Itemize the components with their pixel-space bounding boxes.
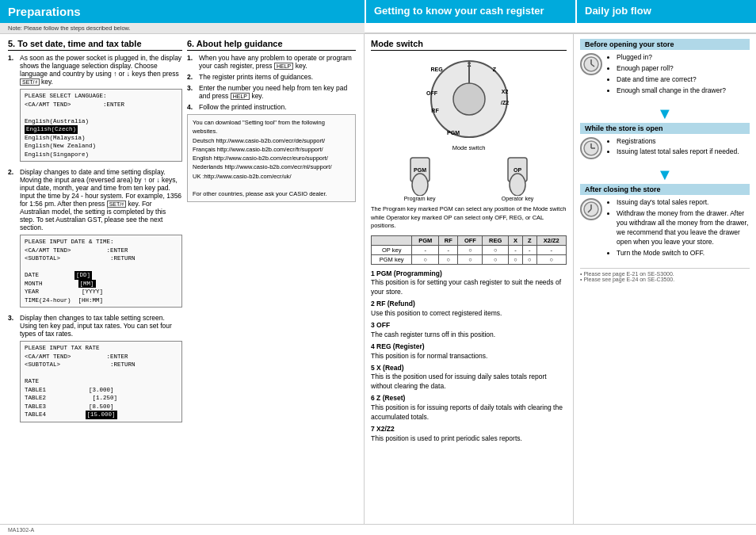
while-open-bullets: Registrations Issuing latest total sales… [607,137,750,158]
svg-text:REG: REG [430,67,443,72]
table-cell: ○ [483,254,509,264]
section6-item1-key: HELP [274,63,293,70]
table-cell: - [536,245,566,254]
after-closing-header: After closing the store [580,184,750,195]
panel-cash-register: Mode switch X Z X2 /Z2 REG OFF [365,34,574,524]
svg-text:/Z2: /Z2 [500,100,508,105]
pos-4: 4 REG (Register)This position is for nor… [371,342,567,361]
after-closing-bullets: Issuing day's total sales report. Withdr… [607,198,750,258]
code-box3: PLEASE INPUT TAX RATE <CA/AMT TEND> :ENT… [20,341,182,422]
arrow-down-2: ▼ [580,166,750,182]
panel-daily-job: Before opening your store Plugged in? En… [574,34,756,524]
doc-number: MA1302-A [0,524,756,535]
download-intro: You can download "Setting tool" from the… [193,119,325,135]
while-open-section: While the store is open Registrations Is… [580,123,750,161]
while-open-body: Registrations Issuing latest total sales… [580,137,750,161]
bullet-item: Registrations [617,137,750,147]
svg-point-15 [510,174,525,196]
clock-svg3 [583,201,599,217]
bullet-item: Enough paper roll? [617,64,750,74]
section6-item3-end: key. [251,92,263,100]
mode-switch-heading: Mode switch [371,39,567,51]
code-box2: PLEASE INPUT DATE & TIME: <CA/AMT TEND> … [20,235,182,308]
bullet-item: Turn the Mode switch to OFF. [617,249,750,258]
table-cell: OP key [372,245,412,254]
after-closing-section: After closing the store Issuing day's to… [580,184,750,261]
keys-row: PGM Program key OP Operator key [371,156,567,201]
download-link-2: Français http://www.casio-b2b.com/ecr/fr… [193,146,323,153]
after-closing-icon [580,198,602,220]
footer-notes: • Please see page E-21 on SE-S3000. • Pl… [580,268,750,282]
bullet-item: Date and time are correct? [617,75,750,85]
while-open-text: Registrations Issuing latest total sales… [607,137,750,161]
table-cell: ○ [412,254,439,264]
pos-1: 1 PGM (Programming)This position is for … [371,269,567,298]
svg-point-1 [453,83,485,115]
download-footer: For other countries, please ask your CAS… [193,190,327,197]
download-link-5: UK :http://www.casio-b2b.com/ecr/uk/ [193,173,292,180]
section5-heading: 5. To set date, time and tax table [8,39,182,51]
download-box: You can download "Setting tool" from the… [187,114,356,202]
header-daily-job: Daily job flow [577,0,756,23]
table-header-pgm: PGM [412,235,439,245]
before-opening-header: Before opening your store [580,39,750,50]
table-cell: ○ [458,245,483,254]
bullet-item: Issuing latest total sales report if nee… [617,147,750,157]
table-cell: - [438,245,457,254]
position-descriptions: 1 PGM (Programming)This position is for … [371,269,567,444]
dial-svg: X Z X2 /Z2 REG OFF RF PGM [426,55,513,143]
footer-note-1: • Please see page E-21 on SE-S3000. [580,271,750,277]
table-header-reg: REG [483,235,509,245]
before-opening-body: Plugged in? Enough paper roll? Date and … [580,53,750,99]
clock-svg2 [583,140,599,156]
section6-item3-key: HELP [231,93,250,100]
operator-key-label: Operator key [502,196,533,201]
section5-item3: 3. Display then changes to tax table set… [8,314,182,426]
svg-text:RF: RF [431,108,439,113]
section6-item4: 4. Follow the printed instruction. [187,103,356,111]
section5-item1-end: key. [41,78,53,86]
table-cell: PGM key [372,254,412,264]
table-cell: ○ [523,254,537,264]
section6-item3: 3. Enter the number you need help from t… [187,84,356,100]
pos-3: 3 OFFThe cash register turns off in this… [371,321,567,340]
table-cell: ○ [458,254,483,264]
section5-item1-key-box: SET/♯ [20,78,40,86]
section6-item2: 2. The register prints items of guidance… [187,73,356,81]
svg-text:X2: X2 [501,89,508,94]
table-row: PGM key ○ ○ ○ ○ ○ ○ ○ [372,254,567,264]
table-header-z: Z [523,235,537,245]
while-open-header: While the store is open [580,123,750,134]
table-header-off: OFF [458,235,483,245]
arrow-down-1: ▼ [580,105,750,121]
section5: 5. To set date, time and tax table 1. As… [8,39,182,429]
section5-item1-cont: keys then press [132,70,179,78]
svg-text:OP: OP [514,167,521,173]
download-link-4: Nederlands http://www.casio-b2b.com/ecr/… [193,163,332,170]
before-opening-text: Plugged in? Enough paper roll? Date and … [607,53,750,99]
section6-item1: 1. When you have any problem to operate … [187,54,356,70]
section5-item3-text: Display then changes to tax table settin… [20,314,172,338]
cash-register-title: Getting to know your cash register [374,5,544,17]
while-open-icon [580,137,602,159]
code-box1: PLEASE SELECT LANGUAGE: <CA/AMT TEND> :E… [20,89,182,162]
after-closing-body: Issuing day's total sales report. Withdr… [580,198,750,261]
table-header-rf: RF [438,235,457,245]
before-opening-section: Before opening your store Plugged in? En… [580,39,750,99]
footer-note-2: • Please see page E-24 on SE-C3500. [580,277,750,282]
before-opening-bullets: Plugged in? Enough paper roll? Date and … [607,53,750,96]
section5-item2-text: Display changes to date and time setting… [20,168,181,208]
operator-key-svg: OP [506,156,529,196]
program-key-item: PGM Program key [404,156,436,201]
table-header-x2z2: X2/Z2 [536,235,566,245]
mode-switch-diagram: X Z X2 /Z2 REG OFF RF PGM Mode switch [371,55,567,151]
section5-item1-keys: ↑ or ↓ [113,70,132,78]
table-cell: ○ [438,254,457,264]
pos-2: 2 RF (Refund)Use this position to correc… [371,300,567,319]
bullet-item: Enough small change in the drawer? [617,86,750,96]
table-row: OP key - - ○ ○ - - - [372,245,567,254]
section5-item2-key-box: SET/♯ [107,201,127,208]
after-closing-text: Issuing day's total sales report. Withdr… [607,198,750,261]
preparations-title: Preparations [8,5,81,18]
program-key-svg: PGM [408,156,432,196]
